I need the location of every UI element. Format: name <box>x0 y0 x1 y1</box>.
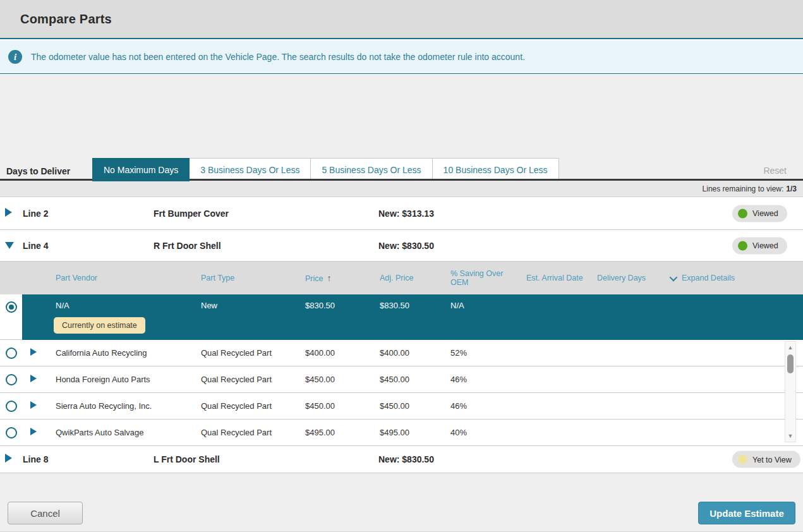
line-price: New: $313.13 <box>378 209 434 219</box>
days-option-5-days[interactable]: 5 Business Days Or Less <box>310 158 432 181</box>
radio-cell <box>0 427 22 438</box>
expand-caret-icon[interactable] <box>30 428 37 435</box>
adj-price-cell: $495.00 <box>371 428 442 437</box>
table-row[interactable]: California Auto Recycling Qual Recycled … <box>0 340 803 366</box>
expand-caret-icon[interactable] <box>30 348 37 356</box>
column-adj-price[interactable]: Adj. Price <box>371 274 442 282</box>
radio-unselected[interactable] <box>6 374 17 385</box>
price-cell: $830.50 <box>297 301 371 310</box>
days-to-deliver-label: Days to Deliver <box>6 166 70 176</box>
adj-price-cell: $450.00 <box>371 401 442 411</box>
saving-cell: 52% <box>442 348 518 358</box>
expand-details-label: Expand Details <box>682 274 735 282</box>
days-option-3-days[interactable]: 3 Business Days Or Less <box>189 158 311 181</box>
filters-section: Days to Deliver No Maximum Days 3 Busine… <box>0 75 803 179</box>
vendor-rows-list: California Auto Recycling Qual Recycled … <box>0 340 803 446</box>
line-price: New: $830.50 <box>378 241 434 251</box>
column-part-type[interactable]: Part Type <box>193 274 297 282</box>
dialog-header: Compare Parts <box>0 0 803 39</box>
radio-unselected[interactable] <box>6 401 17 412</box>
line-price: New: $830.50 <box>378 454 434 464</box>
table-row[interactable]: QwikParts Auto Salvage Qual Recycled Par… <box>0 420 803 446</box>
compare-parts-dialog: Compare Parts i The odometer value has n… <box>0 0 803 532</box>
line-part-name: R Frt Door Shell <box>154 241 221 251</box>
reset-link[interactable]: Reset <box>763 166 787 176</box>
part-type-cell: Qual Recycled Part <box>193 401 297 411</box>
saving-cell: 46% <box>442 401 518 411</box>
expand-caret-icon[interactable] <box>5 208 12 219</box>
scrollbar-thumb[interactable] <box>787 354 794 373</box>
lines-remaining-value: 1/3 <box>786 184 797 193</box>
radio-cell <box>0 348 22 359</box>
selected-part-row[interactable]: N/A New $830.50 $830.50 N/A Currently on… <box>0 294 803 340</box>
expand-details-toggle[interactable]: Expand Details <box>661 274 803 282</box>
footer-bar: Cancel Update Estimate <box>0 473 803 532</box>
status-badge: Viewed <box>732 205 787 222</box>
status-label: Viewed <box>752 209 778 218</box>
cancel-button[interactable]: Cancel <box>8 502 83 524</box>
yet-to-view-dot-icon <box>738 455 747 464</box>
status-label: Yet to View <box>752 455 792 464</box>
page-title: Compare Parts <box>0 12 112 27</box>
vendor-cell: QwikParts Auto Salvage <box>47 428 193 437</box>
odometer-info-banner: i The odometer value has not been entere… <box>0 40 803 74</box>
line-id: Line 2 <box>23 209 48 219</box>
expand-caret-icon[interactable] <box>5 454 12 465</box>
line-part-name: Frt Bumper Cover <box>154 209 229 219</box>
radio-cell <box>0 401 22 412</box>
expand-caret-icon[interactable] <box>30 401 37 409</box>
vendor-cell: California Auto Recycling <box>47 348 193 358</box>
vendor-cell: N/A <box>47 301 193 310</box>
caret-cell <box>22 428 47 437</box>
expand-caret-icon[interactable] <box>30 375 37 382</box>
adj-price-cell: $830.50 <box>371 301 442 310</box>
vendor-cell: Sierra Auto Recycling, Inc. <box>47 401 193 411</box>
currently-on-estimate-tag: Currently on estimate <box>54 317 145 334</box>
saving-cell: 46% <box>442 375 518 384</box>
radio-cell <box>0 374 22 385</box>
collapse-caret-icon[interactable] <box>5 240 14 251</box>
radio-selected[interactable] <box>6 301 17 313</box>
days-to-deliver-group: No Maximum Days 3 Business Days Or Less … <box>92 158 559 181</box>
radio-unselected[interactable] <box>6 427 17 438</box>
column-saving-over-oem[interactable]: % Saving Over OEM <box>442 269 518 287</box>
table-row[interactable]: Honda Foreign Auto Parts Qual Recycled P… <box>0 366 803 393</box>
vendor-list-scrollbar[interactable]: ▲ ▼ <box>785 341 796 442</box>
viewed-dot-icon <box>738 241 747 250</box>
viewed-dot-icon <box>738 209 747 218</box>
saving-cell: 40% <box>442 428 518 437</box>
part-type-cell: Qual Recycled Part <box>193 375 297 384</box>
line-id: Line 4 <box>23 241 48 251</box>
scroll-up-icon[interactable]: ▲ <box>788 343 794 352</box>
line-row-8[interactable]: Line 8 L Frt Door Shell New: $830.50 Yet… <box>0 446 803 473</box>
line-row-2[interactable]: Line 2 Frt Bumper Cover New: $313.13 Vie… <box>0 197 803 230</box>
table-row[interactable]: Sierra Auto Recycling, Inc. Qual Recycle… <box>0 393 803 420</box>
radio-unselected[interactable] <box>6 348 17 359</box>
caret-cell <box>22 375 47 384</box>
radio-cell <box>0 294 22 340</box>
column-est-arrival-date[interactable]: Est. Arrival Date <box>518 274 589 282</box>
selected-part-body[interactable]: N/A New $830.50 $830.50 N/A Currently on… <box>22 294 803 340</box>
status-label: Viewed <box>752 241 778 250</box>
lines-remaining-bar: Lines remaining to view: 1/3 <box>0 179 803 197</box>
days-option-no-maximum[interactable]: No Maximum Days <box>92 158 190 181</box>
update-estimate-button[interactable]: Update Estimate <box>698 502 795 524</box>
price-cell: $450.00 <box>297 401 371 411</box>
column-delivery-days[interactable]: Delivery Days <box>589 274 661 282</box>
days-option-10-days[interactable]: 10 Business Days Or Less <box>432 158 559 181</box>
caret-cell <box>22 401 47 411</box>
lines-remaining-label: Lines remaining to view: <box>703 184 784 193</box>
column-part-vendor[interactable]: Part Vendor <box>47 274 193 282</box>
sort-ascending-icon: ↑ <box>327 273 331 283</box>
adj-price-cell: $450.00 <box>371 375 442 384</box>
line-row-4[interactable]: Line 4 R Frt Door Shell New: $830.50 Vie… <box>0 230 803 262</box>
status-badge: Yet to View <box>732 451 800 468</box>
price-cell: $400.00 <box>297 348 371 358</box>
scroll-down-icon[interactable]: ▼ <box>788 432 794 440</box>
line-id: Line 8 <box>23 454 48 464</box>
column-price[interactable]: Price↑ <box>297 273 371 283</box>
part-type-cell: Qual Recycled Part <box>193 348 297 358</box>
status-badge: Viewed <box>732 237 787 254</box>
parts-table-header: Part Vendor Part Type Price↑ Adj. Price … <box>0 262 803 294</box>
line-part-name: L Frt Door Shell <box>154 454 220 464</box>
